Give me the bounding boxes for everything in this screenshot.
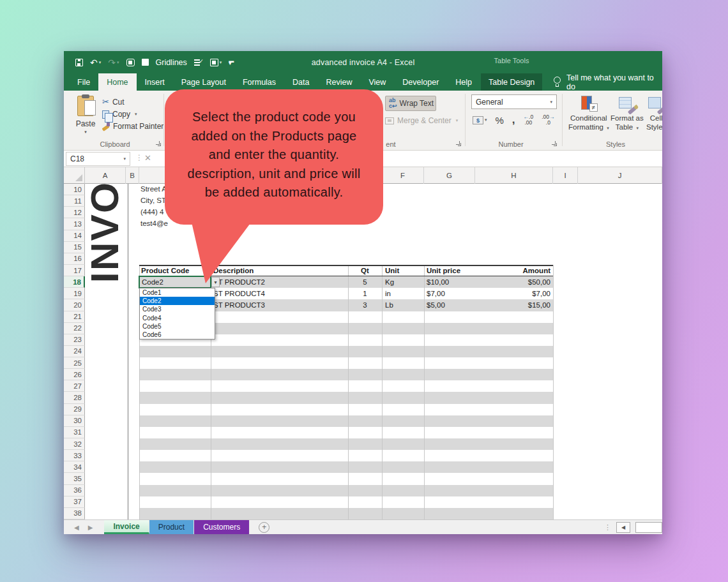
row-header-22[interactable]: 22 (64, 323, 85, 334)
row-header-34[interactable]: 34 (64, 461, 85, 473)
row-header-19[interactable]: 19 (64, 288, 85, 299)
new-sheet-button[interactable]: + (259, 522, 269, 533)
hscroll-track[interactable] (635, 522, 662, 533)
row-header-38[interactable]: 38 (64, 508, 85, 519)
row-header-13[interactable]: 13 (64, 218, 85, 230)
row-header-23[interactable]: 23 (64, 334, 85, 346)
paste-button[interactable]: Paste ▾ (72, 96, 100, 144)
tell-me-box[interactable]: Tell me what you want to do (543, 73, 662, 91)
format-as-table-button[interactable]: Format as Table ▾ (610, 96, 644, 132)
tab-table-design[interactable]: Table Design (480, 73, 543, 91)
redo-icon[interactable]: ↷▾ (108, 58, 119, 67)
row-header-24[interactable]: 24 (64, 346, 85, 357)
sheet-nav-left-icon[interactable]: ◀ (74, 524, 79, 531)
cut-button[interactable]: ✂ Cut (102, 97, 163, 107)
wrap-text-button[interactable]: abc↩ Wrap Text (385, 96, 436, 111)
row-header-29[interactable]: 29 (64, 404, 85, 415)
number-dialog-launcher-icon[interactable] (551, 140, 557, 147)
row-header-21[interactable]: 21 (64, 311, 85, 323)
select-all-corner[interactable] (65, 167, 85, 184)
number-format-select[interactable]: General ▾ (471, 94, 557, 109)
sheet-nav-right-icon[interactable]: ▶ (88, 524, 93, 531)
save-icon[interactable] (75, 59, 83, 66)
product-code-dropdown[interactable]: Code1Code2Code3Code4Code5Code6 (139, 288, 215, 340)
dropdown-item-code1[interactable]: Code1 (140, 288, 215, 297)
row-header-27[interactable]: 27 (64, 380, 85, 392)
column-header-G[interactable]: G (424, 167, 475, 184)
tab-view[interactable]: View (360, 73, 394, 91)
row-header-12[interactable]: 12 (64, 207, 85, 218)
row-header-33[interactable]: 33 (64, 450, 85, 461)
dropdown-item-code4[interactable]: Code4 (140, 314, 215, 322)
name-box-value: C18 (70, 154, 84, 163)
row-header-11[interactable]: 11 (64, 195, 85, 207)
cell-styles-button[interactable]: Cell Styles (646, 96, 662, 132)
tab-home[interactable]: Home (98, 73, 136, 91)
row-header-30[interactable]: 30 (64, 415, 85, 427)
tab-review[interactable]: Review (317, 73, 360, 91)
sheet-tab-product[interactable]: Product (149, 520, 194, 534)
row-header-18[interactable]: 18 (64, 276, 85, 288)
cell-styles-icon (648, 96, 662, 111)
sheet-tab-customers[interactable]: Customers (194, 520, 250, 534)
row-header-14[interactable]: 14 (64, 230, 85, 242)
percent-style-button[interactable]: % (496, 115, 504, 126)
column-header-B[interactable]: B (126, 167, 139, 184)
row-header-36[interactable]: 36 (64, 485, 85, 496)
column-header-A[interactable]: A (85, 167, 126, 184)
row-header-28[interactable]: 28 (64, 392, 85, 403)
tab-formulas[interactable]: Formulas (234, 73, 284, 91)
sheet-nav-arrows[interactable]: ◀ ▶ (64, 520, 104, 534)
dropdown-item-code6[interactable]: Code6 (140, 331, 215, 339)
row-header-16[interactable]: 16 (64, 253, 85, 265)
tab-page-layout[interactable]: Page Layout (173, 73, 234, 91)
column-header-J[interactable]: J (578, 167, 662, 184)
accounting-format-button[interactable]: $▾ (473, 116, 487, 124)
dropdown-item-code2[interactable]: Code2 (140, 297, 215, 305)
format-painter-button[interactable]: Format Painter (102, 122, 163, 131)
alignment-dialog-launcher-icon[interactable] (455, 140, 462, 147)
list-check-icon[interactable]: ✓ (194, 59, 203, 66)
callout-text-line: be added automatically. (170, 183, 378, 202)
print-icon[interactable] (126, 59, 135, 66)
dropdown-item-code3[interactable]: Code3 (140, 305, 215, 313)
tab-developer[interactable]: Developer (394, 73, 447, 91)
tab-insert[interactable]: Insert (137, 73, 173, 91)
selected-cell-C18[interactable] (139, 276, 211, 288)
row-header-17[interactable]: 17 (64, 265, 85, 276)
row-header-37[interactable]: 37 (64, 496, 85, 508)
column-header-H[interactable]: H (475, 167, 553, 184)
undo-icon[interactable]: ↶▾ (90, 58, 101, 67)
row-header-31[interactable]: 31 (64, 427, 85, 438)
hscroll-left-button[interactable]: ◀ (616, 522, 630, 533)
column-header-I[interactable]: I (553, 167, 578, 184)
increase-decimal-button[interactable]: ←.0.00 (524, 114, 534, 126)
column-header-F[interactable]: F (382, 167, 424, 184)
merge-center-button[interactable]: Merge & Center ▾ (385, 116, 458, 125)
sheet-tab-invoice[interactable]: Invoice (104, 520, 149, 534)
tell-me-label: Tell me what you want to do (566, 73, 662, 91)
copy-icon (102, 110, 109, 119)
row-header-10[interactable]: 10 (64, 184, 85, 195)
copy-button[interactable]: Copy ▾ (102, 110, 163, 119)
film-table-icon[interactable]: ▾ (210, 59, 222, 66)
row-header-35[interactable]: 35 (64, 473, 85, 484)
row-header-26[interactable]: 26 (64, 369, 85, 380)
name-box[interactable]: C18 ▾ (66, 152, 130, 166)
row-header-32[interactable]: 32 (64, 438, 85, 450)
tab-data[interactable]: Data (284, 73, 317, 91)
clipboard-dialog-launcher-icon[interactable] (155, 140, 162, 147)
cancel-icon[interactable]: ✕ (144, 153, 151, 163)
qat-overflow-icon[interactable]: ▬▾ (229, 60, 234, 65)
row-header-20[interactable]: 20 (64, 299, 85, 311)
gridlines-checkbox-icon[interactable] (142, 59, 149, 66)
tab-help[interactable]: Help (447, 73, 480, 91)
row-header-15[interactable]: 15 (64, 242, 85, 253)
conditional-formatting-button[interactable]: ≠ Conditional Formatting ▾ (568, 96, 609, 132)
cell-dropdown-button[interactable]: ▾ (211, 277, 220, 287)
tab-file[interactable]: File (69, 73, 98, 91)
dropdown-item-code5[interactable]: Code5 (140, 322, 215, 331)
comma-style-button[interactable]: , (512, 114, 515, 126)
decrease-decimal-button[interactable]: .00→.0 (542, 114, 554, 126)
row-header-25[interactable]: 25 (64, 357, 85, 369)
